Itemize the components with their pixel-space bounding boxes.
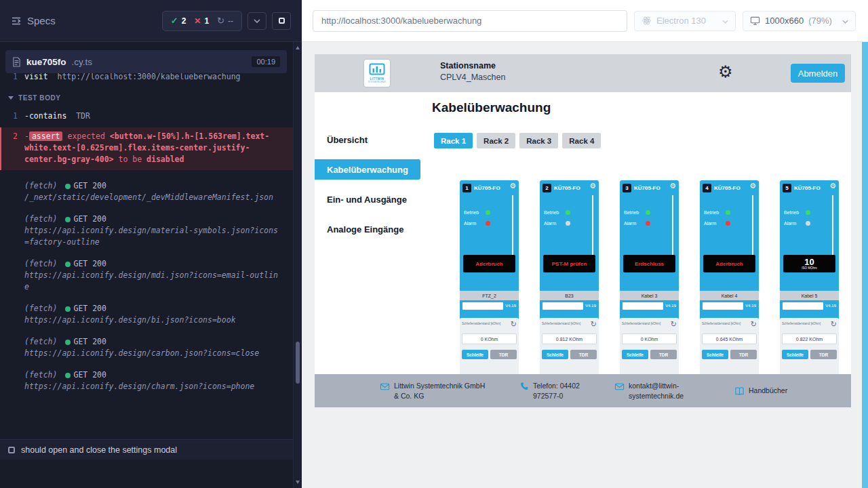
device-settings-icon[interactable]: ⚙ xyxy=(589,182,596,190)
url-input[interactable] xyxy=(313,10,627,32)
tdr-button[interactable]: TDR xyxy=(570,350,597,359)
fetch-status: GET 200 xyxy=(73,180,106,192)
refresh-icon[interactable]: ↻ xyxy=(511,321,517,328)
footer-company: Littwin Systemtechnik GmbH & Co. KG xyxy=(380,381,494,400)
electron-icon xyxy=(642,16,652,26)
refresh-icon[interactable]: ↻ xyxy=(671,321,677,328)
stop-icon xyxy=(279,18,285,24)
log-contains-command[interactable]: 1 -contains TDR xyxy=(0,109,293,123)
log-fetch-row[interactable]: (fetch)GET 200 https://api.iconify.desig… xyxy=(0,336,293,359)
tab-rack-2[interactable]: Rack 2 xyxy=(477,133,515,148)
cable-name-input[interactable] xyxy=(462,302,503,310)
refresh-icon[interactable]: ↻ xyxy=(831,321,837,328)
log-fetch-row[interactable]: (fetch)GET 200 https://api.iconify.desig… xyxy=(0,369,293,392)
betrieb-label: Betrieb xyxy=(624,210,646,215)
tdr-button[interactable]: TDR xyxy=(810,350,837,359)
book-icon xyxy=(734,386,745,396)
browser-selector[interactable]: Electron 130 xyxy=(634,11,736,31)
fetch-url: https://api.iconify.design/mdi.json?icon… xyxy=(24,270,278,291)
sidebar-item-ein-ausgaenge[interactable]: Ein- und Ausgänge xyxy=(315,189,420,209)
spec-file-row[interactable]: kue705fo.cy.ts 00:19 xyxy=(5,50,287,73)
browser-name: Electron 130 xyxy=(656,16,706,26)
fetch-status-dot xyxy=(65,184,71,189)
betrieb-label: Betrieb xyxy=(784,210,806,215)
test-body-section[interactable]: TEST BODY xyxy=(0,84,293,109)
app-footer: Littwin Systemtechnik GmbH & Co. KG Tele… xyxy=(315,374,851,407)
app-header: LITTWIN SYSTEMTECHNIK Stationsname CPLV4… xyxy=(315,54,851,92)
fetch-label: (fetch) xyxy=(24,303,57,314)
tdr-button[interactable]: TDR xyxy=(650,350,677,359)
device-model: KÜ705-FO xyxy=(714,185,741,191)
alarm-led xyxy=(726,221,730,226)
cable-name-input[interactable] xyxy=(542,302,583,310)
fetch-label: (fetch) xyxy=(24,180,57,192)
log-fetch-row[interactable]: (fetch)GET 200 https://api.iconify.desig… xyxy=(0,303,293,326)
log-failed-assert[interactable]: 2 -assertexpected <button.w-[50%].h-[1.5… xyxy=(0,127,293,170)
log-fetch-row[interactable]: (fetch)GET 200 /_next/static/development… xyxy=(0,180,293,203)
next-test-row[interactable]: should open and close the settings modal xyxy=(0,439,293,460)
tab-rack-4[interactable]: Rack 4 xyxy=(562,133,601,148)
fetch-status: GET 200 xyxy=(73,336,106,348)
reporter-scrollbar[interactable] xyxy=(293,42,302,488)
scrollbar-thumb[interactable] xyxy=(296,342,300,384)
passed-count: 2 xyxy=(182,16,186,26)
sidebar-item-uebersicht[interactable]: Übersicht xyxy=(315,129,420,150)
footer-phone[interactable]: Telefon: 04402 972577-0 xyxy=(519,381,601,400)
collapse-button[interactable] xyxy=(248,12,267,30)
measurement-panel: Schleifenwiderstand [kOhm] ↻ 0.812 KOhm … xyxy=(540,318,599,375)
measurement-panel: Schleifenwiderstand [kOhm] ↻ 0 KOhm Schl… xyxy=(620,318,679,375)
tab-rack-3[interactable]: Rack 3 xyxy=(519,133,558,148)
log-fetch-row[interactable]: (fetch)GET 200 https://api.iconify.desig… xyxy=(0,214,293,248)
device-settings-icon[interactable]: ⚙ xyxy=(829,182,836,190)
status-display: Erdschluss xyxy=(623,255,675,272)
cable-name-input[interactable] xyxy=(783,302,823,310)
spec-file-icon xyxy=(12,57,21,67)
test-stats[interactable]: ✓ 2 ✕ 1 ↻ -- xyxy=(162,11,242,31)
chevron-down-icon xyxy=(842,16,848,26)
fetch-status: GET 200 xyxy=(73,258,106,270)
schleife-button[interactable]: Schleife xyxy=(542,350,568,359)
pending-count: -- xyxy=(228,16,233,26)
specs-menu-icon xyxy=(11,16,22,26)
log-visit-command[interactable]: 1 visit http://localhost:3000/kabelueber… xyxy=(0,73,293,84)
cable-name: B23 xyxy=(540,291,599,300)
schleife-button[interactable]: Schleife xyxy=(622,350,648,359)
rack-tabs: Rack 1 Rack 2 Rack 3 Rack 4 xyxy=(434,133,601,148)
tdr-button[interactable]: TDR xyxy=(490,350,517,359)
tdr-button[interactable]: TDR xyxy=(730,350,757,359)
fetch-label: (fetch) xyxy=(24,258,57,270)
schleife-button[interactable]: Schleife xyxy=(702,350,728,359)
logout-button[interactable]: Abmelden xyxy=(791,64,845,83)
device-settings-icon[interactable]: ⚙ xyxy=(669,182,676,190)
settings-gear-icon[interactable]: ⚙ xyxy=(718,62,733,81)
schleife-button[interactable]: Schleife xyxy=(782,350,808,359)
specs-toggle[interactable]: Specs xyxy=(11,15,56,26)
cable-name-input[interactable] xyxy=(703,302,743,310)
scroll-up-icon[interactable] xyxy=(296,46,300,49)
measurement-label: Schleifenwiderstand [kOhm] xyxy=(702,322,741,325)
scroll-down-icon[interactable] xyxy=(296,481,300,484)
refresh-icon[interactable]: ↻ xyxy=(591,321,597,328)
device-number-badge: 3 xyxy=(623,184,631,192)
device-model: KÜ705-FO xyxy=(554,185,580,191)
aut-scrollbar[interactable] xyxy=(862,42,868,488)
refresh-icon[interactable]: ↻ xyxy=(751,321,757,328)
firmware-version: V4.19 xyxy=(665,304,676,308)
viewport-zoom: (79%) xyxy=(808,16,832,26)
footer-email[interactable]: kontakt@littwin-systemtechnik.de xyxy=(614,381,703,400)
footer-manuals[interactable]: Handbücher xyxy=(734,386,787,396)
firmware-version: V4.19 xyxy=(745,304,756,308)
device-model: KÜ705-FO xyxy=(474,185,500,191)
tab-rack-1[interactable]: Rack 1 xyxy=(434,133,473,148)
device-settings-icon[interactable]: ⚙ xyxy=(509,182,516,190)
cable-name-input[interactable] xyxy=(623,302,663,310)
schleife-button[interactable]: Schleife xyxy=(462,350,488,359)
viewport-selector[interactable]: 1000x660 (79%) xyxy=(743,11,856,31)
aut-region: Electron 130 1000x660 (79%) xyxy=(302,0,868,488)
sidebar-item-analoge-eingaenge[interactable]: Analoge Eingänge xyxy=(315,219,420,239)
passed-icon: ✓ xyxy=(171,16,178,26)
sidebar-item-kabelueberwachung[interactable]: Kabelüberwachung xyxy=(315,159,420,180)
log-fetch-row[interactable]: (fetch)GET 200 https://api.iconify.desig… xyxy=(0,258,293,293)
device-settings-icon[interactable]: ⚙ xyxy=(749,182,756,190)
stop-button[interactable] xyxy=(272,12,291,30)
